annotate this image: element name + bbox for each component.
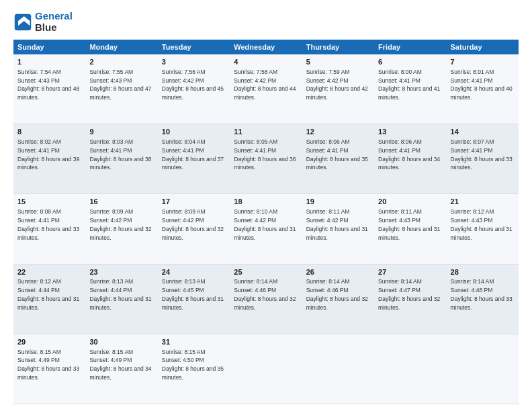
column-headers: Sunday Monday Tuesday Wednesday Thursday…: [13, 40, 519, 54]
calendar-cell: 10Sunrise: 8:04 AMSunset: 4:41 PMDayligh…: [158, 124, 230, 194]
day-number: 30: [89, 337, 153, 347]
day-info: Sunrise: 8:15 AMSunset: 4:50 PMDaylight:…: [162, 349, 224, 381]
day-number: 15: [17, 197, 81, 207]
day-info: Sunrise: 8:00 AMSunset: 4:41 PMDaylight:…: [378, 68, 440, 101]
calendar-cell: 2Sunrise: 7:55 AMSunset: 4:43 PMDaylight…: [85, 54, 157, 124]
day-info: Sunrise: 8:14 AMSunset: 4:46 PMDaylight:…: [234, 278, 296, 310]
day-number: 20: [378, 197, 442, 207]
day-number: 23: [89, 267, 153, 277]
calendar-row: 29Sunrise: 8:15 AMSunset: 4:49 PMDayligh…: [13, 334, 519, 404]
day-info: Sunrise: 8:05 AMSunset: 4:41 PMDaylight:…: [234, 138, 296, 171]
calendar-cell: 6Sunrise: 8:00 AMSunset: 4:41 PMDaylight…: [374, 54, 446, 124]
logo-icon: [13, 13, 32, 32]
calendar-cell: 20Sunrise: 8:11 AMSunset: 4:43 PMDayligh…: [374, 194, 446, 264]
calendar-cell: 12Sunrise: 8:06 AMSunset: 4:41 PMDayligh…: [302, 124, 374, 194]
day-number: 13: [378, 127, 442, 137]
day-info: Sunrise: 8:14 AMSunset: 4:48 PMDaylight:…: [451, 278, 513, 310]
calendar-cell: 17Sunrise: 8:09 AMSunset: 4:42 PMDayligh…: [158, 194, 230, 264]
day-info: Sunrise: 8:14 AMSunset: 4:46 PMDaylight:…: [306, 278, 368, 310]
day-info: Sunrise: 8:06 AMSunset: 4:41 PMDaylight:…: [306, 138, 368, 171]
day-info: Sunrise: 7:56 AMSunset: 4:42 PMDaylight:…: [162, 68, 224, 101]
calendar-cell: 3Sunrise: 7:56 AMSunset: 4:42 PMDaylight…: [158, 54, 230, 124]
day-info: Sunrise: 8:07 AMSunset: 4:41 PMDaylight:…: [451, 138, 513, 171]
day-info: Sunrise: 8:04 AMSunset: 4:41 PMDaylight:…: [162, 138, 224, 171]
day-number: 26: [306, 267, 370, 277]
day-info: Sunrise: 7:58 AMSunset: 4:42 PMDaylight:…: [234, 68, 296, 101]
day-number: 19: [306, 197, 370, 207]
col-thursday: Thursday: [302, 40, 374, 54]
col-wednesday: Wednesday: [230, 40, 302, 54]
calendar-cell: 18Sunrise: 8:10 AMSunset: 4:42 PMDayligh…: [230, 194, 302, 264]
day-info: Sunrise: 8:13 AMSunset: 4:44 PMDaylight:…: [89, 278, 151, 310]
calendar-cell: 28Sunrise: 8:14 AMSunset: 4:48 PMDayligh…: [447, 264, 519, 334]
calendar-cell: 13Sunrise: 8:06 AMSunset: 4:41 PMDayligh…: [374, 124, 446, 194]
day-info: Sunrise: 8:11 AMSunset: 4:43 PMDaylight:…: [378, 208, 440, 240]
day-number: 27: [378, 267, 442, 277]
calendar-row: 22Sunrise: 8:12 AMSunset: 4:44 PMDayligh…: [13, 264, 519, 334]
day-info: Sunrise: 8:09 AMSunset: 4:42 PMDaylight:…: [162, 208, 224, 240]
day-info: Sunrise: 8:08 AMSunset: 4:41 PMDaylight:…: [17, 208, 79, 240]
day-number: 16: [89, 197, 153, 207]
calendar-cell: 5Sunrise: 7:59 AMSunset: 4:42 PMDaylight…: [302, 54, 374, 124]
calendar-cell: 1Sunrise: 7:54 AMSunset: 4:43 PMDaylight…: [13, 54, 85, 124]
day-info: Sunrise: 8:09 AMSunset: 4:42 PMDaylight:…: [89, 208, 151, 240]
calendar-cell: [302, 334, 374, 404]
calendar-cell: 22Sunrise: 8:12 AMSunset: 4:44 PMDayligh…: [13, 264, 85, 334]
day-info: Sunrise: 8:15 AMSunset: 4:49 PMDaylight:…: [17, 349, 79, 381]
day-number: 17: [162, 197, 226, 207]
day-number: 6: [378, 57, 442, 67]
calendar-cell: 21Sunrise: 8:12 AMSunset: 4:43 PMDayligh…: [447, 194, 519, 264]
page-header: General Blue: [13, 11, 519, 33]
calendar-cell: 24Sunrise: 8:13 AMSunset: 4:45 PMDayligh…: [158, 264, 230, 334]
calendar-row: 15Sunrise: 8:08 AMSunset: 4:41 PMDayligh…: [13, 194, 519, 264]
day-info: Sunrise: 8:15 AMSunset: 4:49 PMDaylight:…: [89, 349, 151, 381]
calendar-cell: 19Sunrise: 8:11 AMSunset: 4:42 PMDayligh…: [302, 194, 374, 264]
day-info: Sunrise: 8:13 AMSunset: 4:45 PMDaylight:…: [162, 278, 224, 310]
calendar-cell: 31Sunrise: 8:15 AMSunset: 4:50 PMDayligh…: [158, 334, 230, 404]
calendar-cell: 8Sunrise: 8:02 AMSunset: 4:41 PMDaylight…: [13, 124, 85, 194]
day-number: 7: [451, 57, 515, 67]
col-sunday: Sunday: [13, 40, 85, 54]
day-number: 24: [162, 267, 226, 277]
col-monday: Monday: [85, 40, 157, 54]
day-number: 9: [89, 127, 153, 137]
day-info: Sunrise: 8:12 AMSunset: 4:44 PMDaylight:…: [17, 278, 79, 310]
calendar-page: General Blue Sunday Monday Tuesday Wedne…: [0, 0, 532, 411]
calendar-cell: 11Sunrise: 8:05 AMSunset: 4:41 PMDayligh…: [230, 124, 302, 194]
day-info: Sunrise: 7:59 AMSunset: 4:42 PMDaylight:…: [306, 68, 368, 101]
calendar-cell: 27Sunrise: 8:14 AMSunset: 4:47 PMDayligh…: [374, 264, 446, 334]
day-info: Sunrise: 8:10 AMSunset: 4:42 PMDaylight:…: [234, 208, 296, 240]
day-info: Sunrise: 8:14 AMSunset: 4:47 PMDaylight:…: [378, 278, 440, 310]
day-number: 11: [234, 127, 298, 137]
calendar-cell: 29Sunrise: 8:15 AMSunset: 4:49 PMDayligh…: [13, 334, 85, 404]
day-number: 29: [17, 337, 81, 347]
day-number: 14: [451, 127, 515, 137]
calendar-cell: 16Sunrise: 8:09 AMSunset: 4:42 PMDayligh…: [85, 194, 157, 264]
day-number: 10: [162, 127, 226, 137]
calendar-cell: 30Sunrise: 8:15 AMSunset: 4:49 PMDayligh…: [85, 334, 157, 404]
calendar-cell: 4Sunrise: 7:58 AMSunset: 4:42 PMDaylight…: [230, 54, 302, 124]
calendar-cell: [374, 334, 446, 404]
logo-text: General Blue: [35, 11, 73, 33]
col-saturday: Saturday: [447, 40, 519, 54]
day-number: 8: [17, 127, 81, 137]
calendar-cell: [447, 334, 519, 404]
day-number: 5: [306, 57, 370, 67]
calendar-cell: [230, 334, 302, 404]
day-number: 21: [451, 197, 515, 207]
day-info: Sunrise: 8:03 AMSunset: 4:41 PMDaylight:…: [89, 138, 151, 171]
day-number: 2: [89, 57, 153, 67]
calendar-cell: 25Sunrise: 8:14 AMSunset: 4:46 PMDayligh…: [230, 264, 302, 334]
day-info: Sunrise: 8:06 AMSunset: 4:41 PMDaylight:…: [378, 138, 440, 171]
day-info: Sunrise: 8:12 AMSunset: 4:43 PMDaylight:…: [451, 208, 513, 240]
day-info: Sunrise: 7:55 AMSunset: 4:43 PMDaylight:…: [89, 68, 151, 101]
day-number: 4: [234, 57, 298, 67]
calendar-cell: 7Sunrise: 8:01 AMSunset: 4:41 PMDaylight…: [447, 54, 519, 124]
calendar-cell: 14Sunrise: 8:07 AMSunset: 4:41 PMDayligh…: [447, 124, 519, 194]
calendar-row: 8Sunrise: 8:02 AMSunset: 4:41 PMDaylight…: [13, 124, 519, 194]
calendar-table: Sunday Monday Tuesday Wednesday Thursday…: [13, 40, 519, 404]
day-number: 12: [306, 127, 370, 137]
calendar-cell: 15Sunrise: 8:08 AMSunset: 4:41 PMDayligh…: [13, 194, 85, 264]
day-number: 18: [234, 197, 298, 207]
calendar-cell: 26Sunrise: 8:14 AMSunset: 4:46 PMDayligh…: [302, 264, 374, 334]
